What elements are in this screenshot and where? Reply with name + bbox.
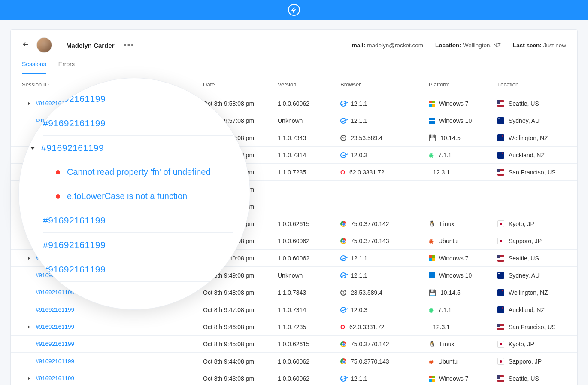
tab-errors[interactable]: Errors	[58, 61, 75, 74]
ie-icon	[339, 117, 347, 125]
meta-location: Location:Wellington, NZ	[435, 42, 501, 49]
cell-version: Unknown	[278, 272, 340, 279]
cell-date: Oct 8th 9:58:08 pm	[203, 100, 278, 107]
chrome-icon	[340, 221, 346, 227]
cell-version: 1.1.0.7343	[278, 134, 340, 141]
cell-browser: 12.1.1	[340, 255, 429, 262]
session-id-link[interactable]: #91692161199	[36, 375, 203, 382]
cell-location: Kyoto, JP	[497, 220, 566, 227]
cell-platform: Windows 10	[429, 117, 497, 124]
cell-version: 1.1.0.7235	[278, 169, 340, 176]
cell-browser: 12.1.1	[340, 375, 429, 382]
meta-row: mail:madelyn@rocket.com Location:Welling…	[352, 42, 566, 49]
mac-icon: 💾	[429, 134, 436, 141]
expand-toggle[interactable]	[22, 325, 36, 329]
magnifier-session-row[interactable]: #91692161199	[43, 111, 233, 136]
cell-location: Seattle, US	[497, 255, 566, 262]
main-card: Madelyn Carder ••• mail:madelyn@rocket.c…	[10, 29, 578, 385]
cell-browser: 12.0.3	[340, 152, 429, 159]
table-row[interactable]: #91692161199Oct 8th 9:46:08 pm1.1.0.7235…	[11, 318, 577, 336]
tab-sessions[interactable]: Sessions	[22, 61, 46, 74]
cell-location: Seattle, US	[497, 375, 566, 382]
lightning-icon	[288, 4, 300, 16]
cell-browser: 75.0.3770.142	[340, 341, 429, 348]
cell-location: Sydney, AU	[497, 272, 566, 279]
cell-browser: 12.1.1	[340, 117, 429, 124]
cell-platform: ◉Ubuntu	[429, 238, 497, 244]
session-id-link[interactable]: #91692161199	[36, 324, 203, 330]
cell-location: Auckland, NZ	[497, 152, 566, 159]
caret-right-icon	[28, 325, 30, 329]
col-browser: Browser	[340, 81, 429, 88]
top-bar	[0, 0, 588, 20]
cell-platform: 💾10.14.5	[429, 289, 497, 296]
magnifier-error-row[interactable]: Cannot read property 'fn' of undefined	[43, 160, 233, 184]
col-version: Version	[278, 81, 340, 88]
caret-down-icon	[30, 147, 35, 150]
mac-icon: 💾	[429, 289, 436, 296]
header-row: Madelyn Carder ••• mail:madelyn@rocket.c…	[11, 30, 577, 53]
col-location: Location	[497, 81, 566, 88]
cell-version: 1.1.0.7314	[278, 152, 340, 159]
android-icon: ◉	[429, 152, 434, 159]
session-id-link[interactable]: #91692161199	[36, 341, 203, 347]
cell-location: Sapporo, JP	[497, 358, 566, 365]
magnifier-error-row[interactable]: e.toLowerCase is not a function	[43, 184, 233, 208]
magnifier-overlay: #91692161199#91692161199#91692161199Cann…	[18, 78, 250, 310]
cell-platform: 💾10.14.5	[429, 134, 497, 141]
col-platform: Platform	[429, 81, 497, 88]
cell-browser: 75.0.3770.143	[340, 358, 429, 365]
cell-location: Wellington, NZ	[497, 289, 566, 296]
windows7-icon	[429, 376, 435, 382]
expand-toggle[interactable]	[22, 102, 36, 105]
flag-us-icon	[497, 255, 504, 262]
error-dot-icon	[56, 194, 60, 199]
windows7-icon	[429, 101, 435, 107]
chrome-icon	[340, 238, 346, 244]
magnifier-session-row-expanded[interactable]: #91692161199	[30, 136, 233, 160]
cell-platform: 12.3.1	[429, 324, 497, 330]
session-id-link[interactable]: #91692161199	[36, 358, 203, 364]
flag-nz-icon	[497, 289, 504, 296]
cell-platform: 🐧Linux	[429, 341, 497, 348]
cell-platform: ◉Ubuntu	[429, 358, 497, 365]
cell-browser: O62.0.3331.72	[340, 169, 429, 176]
table-row[interactable]: #91692161199Oct 8th 9:47:08 pm1.1.0.7314…	[11, 301, 577, 318]
flag-jp-icon	[497, 220, 504, 227]
cell-platform: Windows 7	[429, 100, 497, 107]
table-row[interactable]: #91692161199Oct 8th 9:44:08 pm1.0.0.6006…	[11, 353, 577, 370]
tabs: Sessions Errors	[11, 53, 577, 74]
ubuntu-icon: ◉	[429, 238, 434, 244]
opera-icon: O	[340, 324, 345, 330]
flag-au-icon	[497, 117, 504, 124]
flag-us-icon	[497, 100, 504, 107]
cell-browser: 75.0.3770.142	[340, 220, 429, 227]
cell-version: 1.0.0.60062	[278, 255, 340, 262]
table-row[interactable]: #91692161199Oct 8th 9:43:08 pm1.0.0.6006…	[11, 370, 577, 385]
caret-right-icon	[28, 257, 30, 260]
table-row[interactable]: #91692161199Oct 8th 9:45:08 pm1.0.0.6261…	[11, 336, 577, 353]
flag-jp-icon	[497, 238, 504, 244]
avatar[interactable]	[36, 37, 52, 53]
cell-version: 1.1.0.7343	[278, 289, 340, 296]
expand-toggle[interactable]	[22, 257, 36, 260]
expand-toggle[interactable]	[22, 377, 36, 380]
flag-au-icon	[497, 272, 504, 279]
ie-icon	[339, 375, 347, 382]
more-button[interactable]: •••	[124, 41, 135, 50]
flag-us-icon	[497, 324, 504, 330]
cell-location: Sapporo, JP	[497, 238, 566, 244]
windows7-icon	[429, 255, 435, 261]
cell-version: 1.0.0.60062	[278, 375, 340, 382]
cell-location: Kyoto, JP	[497, 341, 566, 348]
magnifier-session-row[interactable]: #91692161199	[43, 208, 233, 233]
user-name: Madelyn Carder	[66, 42, 115, 49]
windows10-icon	[429, 272, 435, 278]
flag-us-icon	[497, 375, 504, 382]
ie-icon	[339, 306, 347, 314]
cell-version: 1.0.0.62615	[278, 220, 340, 227]
back-button[interactable]	[22, 40, 30, 50]
magnifier-session-row[interactable]: #91692161199	[43, 233, 233, 257]
col-date: Date	[203, 81, 278, 88]
magnifier-session-row[interactable]: #91692161199	[43, 257, 233, 282]
